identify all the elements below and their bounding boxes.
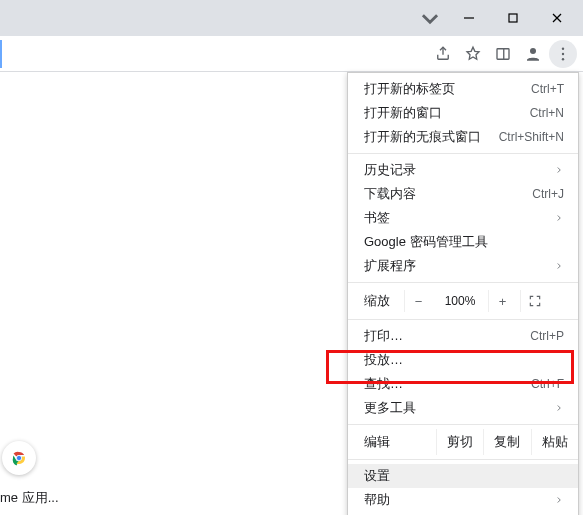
- edit-label: 编辑: [364, 433, 436, 451]
- menu-item-more-tools[interactable]: 更多工具: [348, 396, 578, 420]
- menu-item-incognito[interactable]: 打开新的无痕式窗口 Ctrl+Shift+N: [348, 125, 578, 149]
- menu-zoom-row: 缩放 − 100% +: [348, 287, 578, 315]
- edit-paste-button[interactable]: 粘贴: [531, 429, 578, 455]
- menu-label: 更多工具: [364, 399, 552, 417]
- menu-divider: [348, 459, 578, 460]
- browser-toolbar: [0, 36, 583, 72]
- menu-item-downloads[interactable]: 下载内容 Ctrl+J: [348, 182, 578, 206]
- svg-point-7: [562, 47, 564, 49]
- share-icon[interactable]: [429, 40, 457, 68]
- menu-item-bookmarks[interactable]: 书签: [348, 206, 578, 230]
- chevron-right-icon: [552, 403, 564, 413]
- menu-shortcut: Ctrl+F: [531, 377, 564, 391]
- fullscreen-icon[interactable]: [520, 290, 548, 312]
- menu-divider: [348, 153, 578, 154]
- svg-rect-4: [497, 48, 509, 59]
- menu-item-extensions[interactable]: 扩展程序: [348, 254, 578, 278]
- menu-label: Google 密码管理工具: [364, 233, 564, 251]
- menu-label: 打开新的标签页: [364, 80, 531, 98]
- menu-label: 打开新的窗口: [364, 104, 530, 122]
- menu-shortcut: Ctrl+J: [532, 187, 564, 201]
- menu-item-history[interactable]: 历史记录: [348, 158, 578, 182]
- menu-label: 打印…: [364, 327, 530, 345]
- chevron-right-icon: [552, 261, 564, 271]
- chrome-icon: [10, 449, 28, 467]
- profile-icon[interactable]: [519, 40, 547, 68]
- menu-divider: [348, 282, 578, 283]
- sidepanel-icon[interactable]: [489, 40, 517, 68]
- chevron-right-icon: [552, 165, 564, 175]
- chrome-main-menu: 打开新的标签页 Ctrl+T 打开新的窗口 Ctrl+N 打开新的无痕式窗口 C…: [347, 72, 579, 515]
- menu-shortcut: Ctrl+Shift+N: [499, 130, 564, 144]
- svg-point-6: [530, 48, 536, 54]
- menu-shortcut: Ctrl+T: [531, 82, 564, 96]
- edit-cut-button[interactable]: 剪切: [436, 429, 483, 455]
- zoom-out-button[interactable]: −: [404, 290, 432, 312]
- svg-point-9: [562, 58, 564, 60]
- menu-item-new-tab[interactable]: 打开新的标签页 Ctrl+T: [348, 77, 578, 101]
- menu-shortcut: Ctrl+P: [530, 329, 564, 343]
- app-launcher-button[interactable]: [2, 441, 36, 475]
- menu-shortcut: Ctrl+N: [530, 106, 564, 120]
- window-minimize-button[interactable]: [447, 3, 491, 33]
- window-close-button[interactable]: [535, 3, 579, 33]
- menu-label: 下载内容: [364, 185, 532, 203]
- menu-edit-row: 编辑 剪切 复制 粘贴: [348, 429, 578, 455]
- svg-point-8: [562, 52, 564, 54]
- menu-label: 投放…: [364, 351, 564, 369]
- menu-label: 历史记录: [364, 161, 552, 179]
- menu-label: 打开新的无痕式窗口: [364, 128, 499, 146]
- menu-item-password-manager[interactable]: Google 密码管理工具: [348, 230, 578, 254]
- zoom-value: 100%: [436, 294, 484, 308]
- chevron-right-icon: [552, 213, 564, 223]
- bookmark-star-icon[interactable]: [459, 40, 487, 68]
- menu-item-settings[interactable]: 设置: [348, 464, 578, 488]
- menu-item-find[interactable]: 查找… Ctrl+F: [348, 372, 578, 396]
- menu-item-help[interactable]: 帮助: [348, 488, 578, 512]
- menu-divider: [348, 319, 578, 320]
- window-titlebar: [0, 0, 583, 36]
- zoom-label: 缩放: [364, 292, 390, 310]
- menu-item-cast[interactable]: 投放…: [348, 348, 578, 372]
- menu-divider: [348, 424, 578, 425]
- zoom-in-button[interactable]: +: [488, 290, 516, 312]
- window-maximize-button[interactable]: [491, 3, 535, 33]
- menu-label: 书签: [364, 209, 552, 227]
- kebab-menu-button[interactable]: [549, 40, 577, 68]
- menu-label: 查找…: [364, 375, 531, 393]
- omnibox-focus-edge: [0, 40, 2, 68]
- chevron-right-icon: [552, 495, 564, 505]
- menu-item-print[interactable]: 打印… Ctrl+P: [348, 324, 578, 348]
- menu-label: 帮助: [364, 491, 552, 509]
- menu-label: 扩展程序: [364, 257, 552, 275]
- apps-shortcut-label[interactable]: me 应用...: [0, 489, 59, 507]
- svg-rect-1: [509, 14, 517, 22]
- edit-copy-button[interactable]: 复制: [483, 429, 530, 455]
- tab-dropdown-icon[interactable]: [413, 3, 447, 33]
- menu-item-new-window[interactable]: 打开新的窗口 Ctrl+N: [348, 101, 578, 125]
- menu-label: 设置: [364, 467, 564, 485]
